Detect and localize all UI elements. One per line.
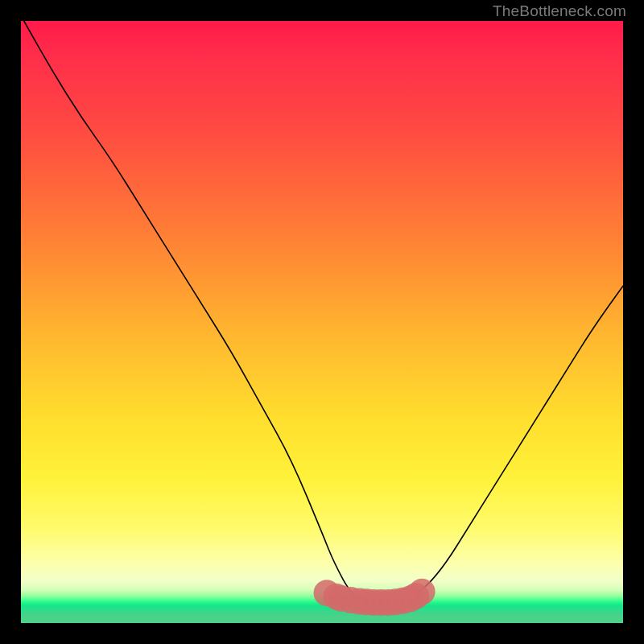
chart-stage: TheBottleneck.com [0,0,644,644]
svg-point-13 [409,579,436,605]
plot-area [21,21,623,623]
flat-bottom-markers [21,21,623,623]
watermark-text: TheBottleneck.com [493,2,626,20]
